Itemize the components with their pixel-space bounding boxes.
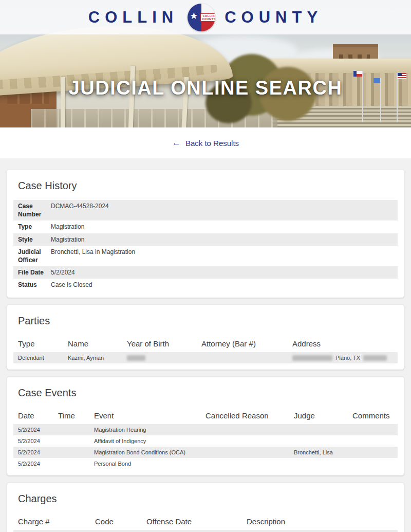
case-history-row: File Date 5/2/2024 (13, 266, 398, 279)
column-header: Judge (294, 411, 352, 420)
party-name: Kazmi, Ayman (68, 355, 127, 361)
field-label: File Date (18, 268, 45, 277)
column-header: Type (18, 339, 68, 348)
event-date: 5/2/2024 (18, 427, 58, 433)
column-header: Cancelled Reason (206, 411, 294, 420)
field-value: DCMAG-44528-2024 (51, 202, 109, 210)
seal-label-line2: COUNTY (202, 17, 215, 21)
case-history-title: Case History (18, 180, 393, 192)
back-strip: ← Back to Results (0, 127, 411, 158)
party-address: Plano, TX (292, 355, 393, 361)
seal-label: COLLIN COUNTY (200, 13, 215, 22)
back-arrow-icon: ← (172, 138, 181, 148)
event-judge: Bronchetti, Lisa (294, 449, 352, 455)
event-date: 5/2/2024 (18, 438, 58, 444)
column-header: Date (18, 411, 58, 420)
charge-row: 1 MHRG 5/2/2024 Magistration Hearing Det… (13, 530, 398, 532)
field-value: Bronchetti, Lisa in Magistration (51, 248, 135, 256)
redacted-year-of-birth (127, 355, 145, 361)
case-history-row: Judicial Officer Bronchetti, Lisa in Mag… (13, 246, 398, 266)
case-history-row: Style Magistration (13, 233, 398, 246)
event-date: 5/2/2024 (18, 461, 58, 467)
column-header: Name (68, 339, 127, 348)
column-header: Description (247, 517, 354, 526)
texas-flag (353, 71, 362, 77)
charges-header-row: Charge # Code Offense Date Description (13, 513, 398, 530)
party-type: Defendant (18, 355, 68, 361)
parties-header-row: Type Name Year of Birth Attorney (Bar #)… (13, 335, 398, 352)
party-row: Defendant Kazmi, Ayman Plano, TX (13, 352, 398, 364)
column-header: Address (292, 339, 393, 348)
column-header: Year of Birth (127, 339, 201, 348)
texas-star-icon: ★ (190, 11, 198, 21)
field-label: Judicial Officer (18, 248, 45, 264)
field-value: Magistration (51, 223, 84, 231)
field-label: Status (18, 281, 45, 289)
column-header: Comments (352, 411, 393, 420)
event-name: Magistration Bond Conditions (OCA) (94, 449, 206, 455)
case-event-row: 5/2/2024 Magistration Bond Conditions (O… (13, 447, 398, 458)
field-value: 5/2/2024 (51, 268, 75, 277)
event-name: Personal Bond (94, 461, 206, 467)
event-name: Magistration Hearing (94, 427, 206, 433)
main-content: Case History Case Number DCMAG-44528-202… (0, 158, 411, 532)
site-header: COLLIN ★ COLLIN COUNTY COUNTY (0, 0, 411, 34)
page-title: JUDICIAL ONLINE SEARCH (0, 77, 411, 99)
brand-county: COUNTY (225, 8, 323, 27)
field-value: Magistration (51, 235, 84, 244)
case-event-row: 5/2/2024 Affidavit of Indigency (13, 435, 398, 447)
column-header: Code (95, 517, 146, 526)
event-date: 5/2/2024 (18, 449, 58, 455)
redacted-street-address (292, 355, 332, 361)
back-link-label: Back to Results (185, 139, 239, 148)
case-events-card: Case Events Date Time Event Cancelled Re… (7, 377, 404, 475)
brand-collin: COLLIN (88, 8, 178, 27)
case-events-title: Case Events (18, 387, 393, 399)
collin-county-seal-icon: ★ COLLIN COUNTY (188, 4, 215, 31)
redacted-zip-code (363, 355, 387, 361)
event-name: Affidavit of Indigency (94, 438, 206, 444)
field-value: Case is Closed (51, 281, 92, 289)
case-events-header-row: Date Time Event Cancelled Reason Judge C… (13, 407, 398, 424)
column-header: Time (58, 411, 94, 420)
hero-banner: COLLIN ★ COLLIN COUNTY COUNTY JUDICIAL O… (0, 0, 411, 127)
field-label: Style (18, 235, 45, 244)
column-header: Charge # (18, 517, 95, 526)
charges-title: Charges (18, 493, 393, 505)
case-history-row: Type Magistration (13, 221, 398, 233)
parties-card: Parties Type Name Year of Birth Attorney… (7, 305, 404, 370)
party-year-of-birth (127, 355, 201, 361)
column-header: Attorney (Bar #) (201, 339, 292, 348)
case-history-row: Case Number DCMAG-44528-2024 (13, 200, 398, 221)
column-header: Offense Date (146, 517, 247, 526)
parties-title: Parties (18, 315, 393, 327)
case-history-card: Case History Case Number DCMAG-44528-202… (7, 170, 404, 298)
field-label: Type (18, 223, 45, 231)
charges-card: Charges Charge # Code Offense Date Descr… (7, 483, 404, 532)
field-label: Case Number (18, 202, 45, 218)
back-to-results-link[interactable]: ← Back to Results (172, 138, 239, 148)
case-event-row: 5/2/2024 Magistration Hearing (13, 424, 398, 435)
column-header: Event (94, 411, 206, 420)
address-city: Plano, TX (335, 355, 360, 361)
case-event-row: 5/2/2024 Personal Bond (13, 458, 398, 469)
case-history-row: Status Case is Closed (13, 279, 398, 291)
